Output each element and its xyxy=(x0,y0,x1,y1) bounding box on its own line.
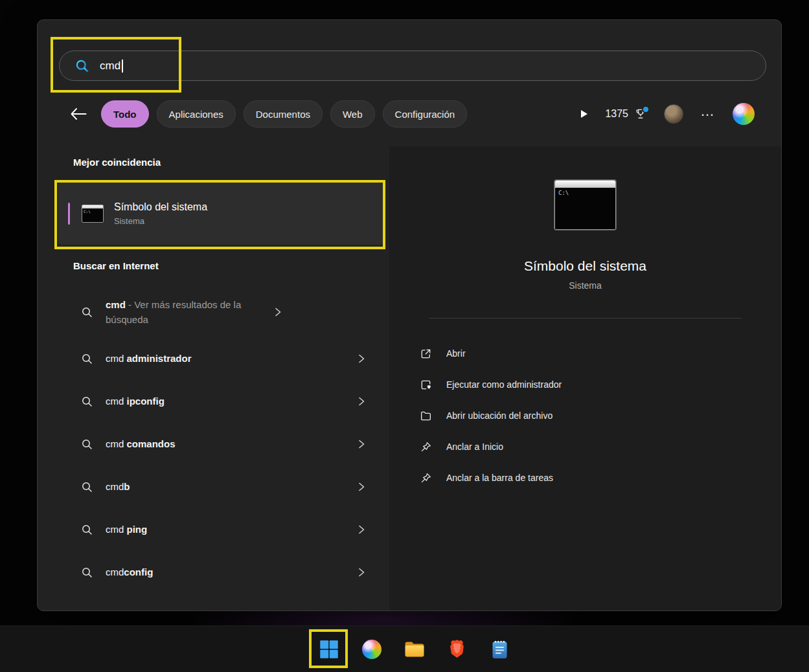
preview-title: Símbolo del sistema xyxy=(524,258,646,274)
suggestion-completion: ping xyxy=(127,524,148,535)
suggestion-typed: cmd xyxy=(106,524,127,535)
tab-configuracion[interactable]: Configuración xyxy=(383,100,468,128)
search-suggestion[interactable]: cmd comandos xyxy=(58,423,385,465)
play-icon[interactable] xyxy=(580,109,588,118)
chevron-right-icon[interactable] xyxy=(358,482,365,492)
rewards-badge[interactable]: 1375 xyxy=(605,107,647,120)
suggestion-typed: cmd xyxy=(106,396,127,407)
folder-icon xyxy=(419,410,432,422)
suggestion-completion: b xyxy=(124,481,130,492)
search-input[interactable]: cmd xyxy=(59,50,766,81)
brave-icon xyxy=(448,639,466,659)
action-run-as-admin[interactable]: Ejecutar como administrador xyxy=(419,369,751,400)
suggestion-typed: cmd xyxy=(106,566,124,577)
action-label: Ejecutar como administrador xyxy=(446,379,562,390)
suggestion-query: cmd xyxy=(106,299,126,310)
taskbar-file-explorer-button[interactable] xyxy=(400,635,429,664)
taskbar-brave-button[interactable] xyxy=(443,635,472,664)
user-avatar[interactable] xyxy=(664,104,683,124)
tab-label: Todo xyxy=(113,109,137,120)
search-icon xyxy=(82,439,93,450)
trophy-icon xyxy=(634,107,647,120)
action-label: Anclar a la barra de tareas xyxy=(446,473,553,483)
action-label: Abrir ubicación del archivo xyxy=(446,410,553,421)
tab-documentos[interactable]: Documentos xyxy=(244,100,323,128)
admin-shield-icon xyxy=(419,379,432,391)
action-label: Abrir xyxy=(446,348,466,359)
search-suggestion[interactable]: cmdconfig xyxy=(58,551,385,594)
action-label: Anclar a Inicio xyxy=(446,442,503,452)
preview-pane: C:\ Símbolo del sistema Sistema Abrir xyxy=(389,146,781,610)
best-match-title: Símbolo del sistema xyxy=(114,201,207,213)
best-match-subtitle: Sistema xyxy=(114,216,207,226)
tab-label: Documentos xyxy=(256,109,310,120)
more-options-button[interactable]: … xyxy=(700,108,716,120)
suggestion-typed: cmd xyxy=(106,438,127,449)
suggestion-rest: - Ver más resultados de la búsqueda xyxy=(106,299,241,325)
action-open[interactable]: Abrir xyxy=(419,338,751,369)
action-pin-to-start[interactable]: Anclar a Inicio xyxy=(419,431,751,462)
search-suggestion[interactable]: cmd ipconfig xyxy=(58,380,385,423)
search-suggestion[interactable]: cmd - Ver más resultados de la búsqueda xyxy=(58,287,385,337)
divider xyxy=(429,318,742,319)
suggestion-completion: config xyxy=(124,566,153,577)
preview-subtitle: Sistema xyxy=(569,280,602,291)
search-icon xyxy=(82,307,93,318)
tab-label: Configuración xyxy=(395,109,455,120)
search-suggestion[interactable]: cmd ping xyxy=(58,508,385,551)
chevron-right-icon[interactable] xyxy=(358,353,365,364)
search-flyout: cmd Todo Aplicaciones Documentos Web Con… xyxy=(37,19,782,611)
chevron-right-icon[interactable] xyxy=(358,567,365,577)
search-suggestion[interactable]: cmd administrador xyxy=(58,337,385,380)
tab-todo[interactable]: Todo xyxy=(101,100,149,128)
chevron-right-icon[interactable] xyxy=(358,524,365,535)
suggestion-completion: administrador xyxy=(127,353,192,364)
tabs-right-cluster: 1375 … xyxy=(580,103,755,125)
taskbar-notepad-button[interactable] xyxy=(486,635,514,664)
taskbar xyxy=(0,625,809,672)
pin-icon xyxy=(419,441,432,453)
suggestion-completion: ipconfig xyxy=(127,396,165,407)
search-suggestion[interactable]: cmdb xyxy=(58,465,385,508)
action-open-file-location[interactable]: Abrir ubicación del archivo xyxy=(419,400,751,431)
pin-icon xyxy=(419,472,432,484)
search-icon xyxy=(82,353,93,364)
search-icon xyxy=(75,59,89,73)
tab-label: Web xyxy=(343,109,363,120)
file-explorer-icon xyxy=(404,640,425,658)
suggestion-typed: cmd xyxy=(106,481,124,492)
results-column: Mejor coincidencia C:\ Símbolo del siste… xyxy=(38,146,389,610)
filter-tabs-row: Todo Aplicaciones Documentos Web Configu… xyxy=(70,98,755,129)
tab-web[interactable]: Web xyxy=(330,100,375,128)
search-query-text: cmd xyxy=(100,60,120,73)
best-match-result[interactable]: C:\ Símbolo del sistema Sistema xyxy=(58,182,384,245)
windows-logo-icon xyxy=(319,640,339,659)
suggestion-completion: comandos xyxy=(127,438,176,449)
copilot-icon[interactable] xyxy=(733,103,755,125)
action-pin-to-taskbar[interactable]: Anclar a la barra de tareas xyxy=(419,462,751,493)
chevron-right-icon[interactable] xyxy=(358,396,365,407)
notepad-icon xyxy=(492,640,508,659)
rewards-points: 1375 xyxy=(605,108,628,120)
cmd-app-icon: C:\ xyxy=(82,205,104,223)
text-caret xyxy=(122,60,123,73)
chevron-right-icon[interactable] xyxy=(274,307,282,317)
search-icon xyxy=(82,567,93,578)
preview-actions: Abrir Ejecutar como administrador xyxy=(389,338,781,493)
back-button[interactable] xyxy=(70,107,89,120)
results-area: Mejor coincidencia C:\ Símbolo del siste… xyxy=(38,146,781,610)
open-icon xyxy=(419,348,432,360)
tab-aplicaciones[interactable]: Aplicaciones xyxy=(157,100,236,128)
search-icon xyxy=(82,482,93,493)
taskbar-copilot-button[interactable] xyxy=(358,635,386,664)
cmd-app-icon-large: C:\ xyxy=(554,180,616,230)
web-search-header: Buscar en Internet xyxy=(73,260,389,271)
copilot-icon xyxy=(362,640,382,659)
chevron-right-icon[interactable] xyxy=(358,439,365,449)
suggestion-typed: cmd xyxy=(106,353,127,364)
search-icon xyxy=(82,396,93,407)
search-icon xyxy=(82,524,93,535)
start-button[interactable] xyxy=(315,635,343,664)
tab-label: Aplicaciones xyxy=(169,109,223,120)
best-match-header: Mejor coincidencia xyxy=(73,157,389,168)
